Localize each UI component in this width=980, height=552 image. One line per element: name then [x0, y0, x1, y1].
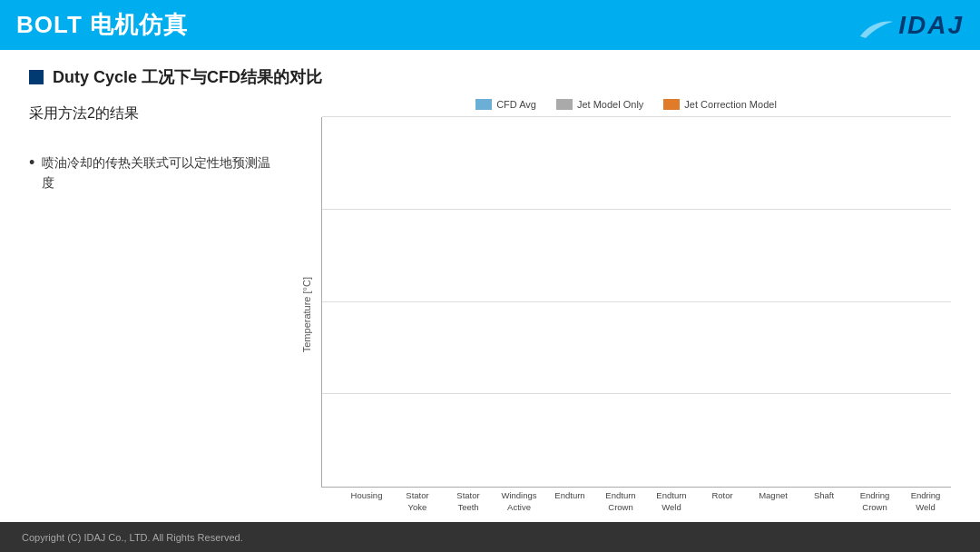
- legend-correction: Jet Correction Model: [663, 99, 777, 110]
- bullet-item: • 喷油冷却的传热关联式可以定性地预测温度: [29, 153, 283, 193]
- x-axis-labels: HousingStatorYokeStatorTeethWindingsActi…: [341, 488, 951, 513]
- bullet-dot-icon: •: [29, 153, 34, 173]
- chart-panel: CFD Avg Jet Model Only Jet Correction Mo…: [301, 99, 951, 513]
- bars-wrapper: [322, 117, 951, 487]
- y-axis-label: Temperature [°C]: [301, 277, 321, 352]
- x-axis-label: StatorYoke: [392, 488, 443, 513]
- footer-copyright: Copyright (C) IDAJ Co., LTD. All Rights …: [22, 532, 243, 543]
- logo-text: IDAJ: [898, 11, 964, 40]
- header: BOLT 电机仿真 IDAJ: [0, 0, 980, 50]
- page-title: BOLT 电机仿真: [16, 9, 188, 41]
- x-axis-label: EndringCrown: [849, 488, 900, 513]
- x-axis-label: Rotor: [697, 488, 748, 513]
- content-area: 采用方法2的结果 • 喷油冷却的传热关联式可以定性地预测温度 CFD Avg J…: [29, 99, 951, 513]
- bullet-text: 喷油冷却的传热关联式可以定性地预测温度: [42, 153, 283, 193]
- logo-wing-icon: [858, 13, 893, 38]
- x-axis-label: EndturnWeld: [646, 488, 697, 513]
- x-axis-label: Endturn: [544, 488, 595, 513]
- chart-container: Temperature [°C] HousingStatorYokeStator…: [301, 117, 951, 513]
- x-axis-label: EndturnCrown: [595, 488, 646, 513]
- legend-correction-color: [663, 99, 680, 110]
- x-axis-label: Housing: [341, 488, 392, 513]
- section-heading: Duty Cycle 工况下与CFD结果的对比: [29, 66, 951, 88]
- footer: Copyright (C) IDAJ Co., LTD. All Rights …: [0, 522, 980, 552]
- main-content: Duty Cycle 工况下与CFD结果的对比 采用方法2的结果 • 喷油冷却的…: [0, 50, 980, 522]
- section-title-text: Duty Cycle 工况下与CFD结果的对比: [53, 66, 322, 88]
- method-label: 采用方法2的结果: [29, 104, 283, 123]
- x-axis-label: WindingsActive: [494, 488, 544, 513]
- x-axis-label: EndringWeld: [900, 488, 951, 513]
- chart-legend: CFD Avg Jet Model Only Jet Correction Mo…: [301, 99, 951, 110]
- legend-cfd-label: CFD Avg: [496, 99, 536, 110]
- logo: IDAJ: [858, 11, 964, 40]
- chart-area: [321, 117, 951, 488]
- section-bullet-icon: [29, 70, 44, 84]
- left-panel: 采用方法2的结果 • 喷油冷却的传热关联式可以定性地预测温度: [29, 99, 283, 513]
- legend-cfd-color: [475, 99, 492, 110]
- x-axis-label: Shaft: [799, 488, 849, 513]
- legend-correction-label: Jet Correction Model: [684, 99, 777, 110]
- x-axis-label: Magnet: [748, 488, 799, 513]
- x-axis-label: StatorTeeth: [443, 488, 494, 513]
- legend-jet: Jet Model Only: [556, 99, 643, 110]
- legend-jet-color: [556, 99, 573, 110]
- legend-jet-label: Jet Model Only: [577, 99, 643, 110]
- legend-cfd: CFD Avg: [475, 99, 536, 110]
